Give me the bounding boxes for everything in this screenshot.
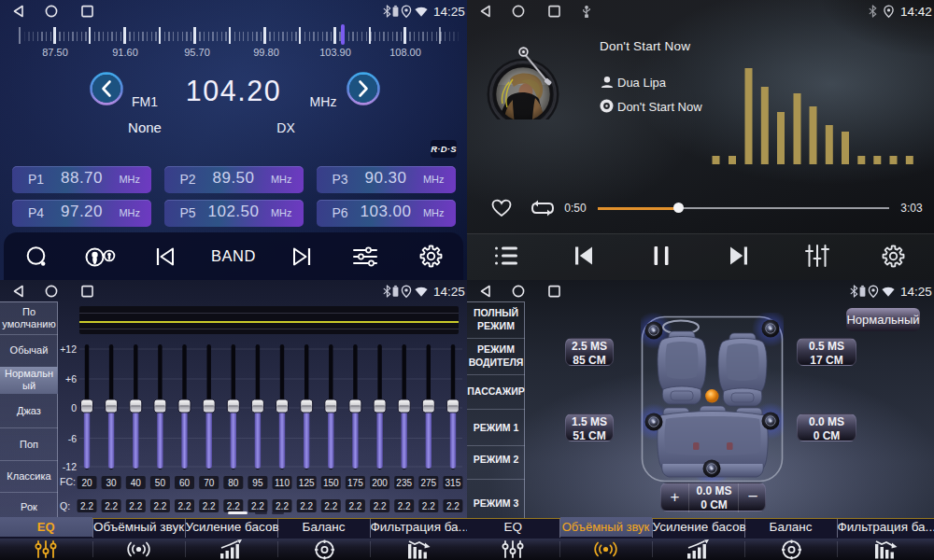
svg-text:2.2: 2.2 (203, 501, 216, 511)
svg-text:2.2: 2.2 (276, 501, 289, 511)
svg-text:40: 40 (131, 478, 142, 488)
svg-text:30: 30 (106, 478, 118, 488)
svg-text:275: 275 (420, 478, 436, 488)
svg-text:235: 235 (396, 478, 412, 488)
svg-text:2.2: 2.2 (324, 501, 337, 511)
svg-text:2.2: 2.2 (178, 501, 191, 511)
svg-text:80: 80 (228, 478, 239, 488)
svg-text:125: 125 (299, 478, 315, 488)
svg-text:175: 175 (347, 478, 363, 488)
svg-text:200: 200 (372, 478, 388, 488)
svg-text:315: 315 (446, 478, 461, 488)
svg-text:2.2: 2.2 (80, 501, 93, 511)
svg-text:2.2: 2.2 (105, 501, 118, 511)
svg-text:2.2: 2.2 (129, 501, 142, 511)
svg-text:2.2: 2.2 (251, 501, 264, 511)
svg-text:50: 50 (155, 478, 166, 488)
svg-text:2.2: 2.2 (227, 501, 240, 511)
svg-text:60: 60 (179, 478, 191, 488)
svg-text:150: 150 (323, 478, 339, 488)
svg-text:2.2: 2.2 (300, 501, 313, 511)
svg-text:70: 70 (204, 478, 215, 488)
svg-text:110: 110 (275, 478, 290, 488)
svg-text:2.2: 2.2 (398, 501, 411, 511)
svg-text:20: 20 (81, 478, 92, 488)
svg-text:95: 95 (252, 478, 263, 488)
svg-text:2.2: 2.2 (446, 501, 460, 511)
svg-text:2.2: 2.2 (348, 501, 361, 511)
svg-text:2.2: 2.2 (153, 501, 166, 511)
svg-text:2.2: 2.2 (422, 501, 435, 511)
svg-text:2.2: 2.2 (374, 501, 387, 511)
